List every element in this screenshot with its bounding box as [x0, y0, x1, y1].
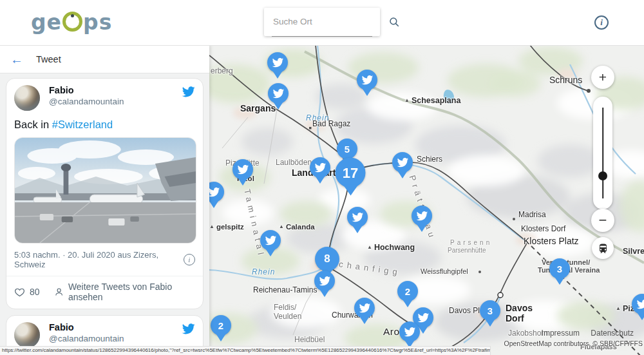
map-label: Dorf	[506, 313, 524, 323]
map-label: Sargans	[240, 103, 276, 113]
zoom-in-button[interactable]: +	[591, 66, 614, 89]
twitter-icon[interactable]	[182, 322, 195, 336]
map-label: ▲Calanda	[279, 223, 315, 231]
more-tweets-link[interactable]: Weitere Tweets von Fabio ansehen	[54, 282, 195, 302]
map-label: Rhein	[252, 267, 275, 276]
tweet-cluster-marker[interactable]: 17	[336, 158, 366, 188]
tweet-marker[interactable]	[232, 159, 253, 180]
tweet-marker[interactable]	[310, 157, 330, 178]
tweet-list: Fabio @calandamountain Back in #Switzerl…	[0, 73, 209, 355]
map-label: Madrisa	[518, 210, 546, 219]
geops-logo[interactable]: geps	[31, 10, 112, 35]
map-label: Davos	[506, 303, 533, 313]
map-label: Weissfluhgipfel	[421, 267, 468, 275]
tweet-info-icon[interactable]: i	[184, 254, 195, 265]
impressum-link[interactable]: Impressum	[542, 329, 580, 338]
sidebar-header: ← Tweet	[0, 45, 209, 73]
tweet-cluster-marker[interactable]: 3	[549, 258, 570, 279]
map-attribution-links: Impressum Datenschutz	[533, 329, 634, 338]
app-window: erbergSargansRheinBad RagazSchruns▲Sches…	[0, 0, 644, 355]
zoom-out-button[interactable]: −	[591, 209, 614, 232]
app-header: geps i	[0, 0, 644, 46]
map-label: Laulböden	[276, 158, 312, 167]
avatar	[14, 85, 40, 111]
tweet-author-name: Fabio	[49, 85, 182, 96]
map-label: Klosters Platz	[524, 236, 579, 246]
back-button[interactable]: ←	[10, 53, 23, 66]
map-label: Davos Pl	[449, 306, 480, 315]
browser-status-bar: https://twitter.com/calandamountain/stat…	[0, 346, 491, 355]
like-button[interactable]: 80	[14, 287, 40, 298]
map-canvas[interactable]: erbergSargansRheinBad RagazSchruns▲Sches…	[209, 45, 644, 355]
map-label: Veulden	[274, 312, 301, 321]
tweet-author-handle: @calandamountain	[49, 333, 182, 344]
tweet-marker[interactable]	[260, 230, 281, 251]
tweet-card[interactable]: Fabio @calandamountain Back in #Switzerl…	[6, 78, 204, 309]
zoom-slider-track	[602, 108, 603, 198]
tweet-text: Back in #Switzerland	[14, 118, 195, 131]
search-input[interactable]	[272, 16, 388, 27]
logo-o-icon	[62, 12, 82, 32]
tweet-marker[interactable]	[357, 70, 377, 90]
hashtag-link[interactable]: #Switzerland	[52, 119, 113, 130]
tweet-timestamp: 5:03 nachm. · 20. Juli 2020 aus Zizers, …	[14, 250, 184, 269]
search-box	[264, 8, 380, 36]
map-label: ▲Hochwang	[367, 243, 415, 252]
tweet-cluster-marker[interactable]: 2	[211, 315, 231, 336]
map-label: Feldis/	[274, 303, 296, 312]
map-label: Klosters Dorf	[521, 224, 565, 233]
zoom-slider-thumb[interactable]	[598, 171, 607, 180]
avatar	[14, 322, 40, 348]
tweet-marker[interactable]	[347, 207, 368, 227]
map-label: Schiers	[417, 155, 442, 164]
sidebar-title: Tweet	[36, 54, 61, 64]
tweet-cluster-marker[interactable]: 5	[337, 139, 357, 159]
logo-text-ps: ps	[83, 10, 112, 35]
divider	[6, 276, 203, 276]
map-label: Parsenn	[450, 239, 492, 246]
tweet-photo-airport[interactable]	[14, 137, 196, 244]
tweet-marker[interactable]	[412, 206, 432, 226]
tweet-cluster-marker[interactable]: 2	[397, 281, 418, 302]
twitter-icon[interactable]	[182, 85, 195, 99]
map-label: Schruns	[549, 75, 582, 85]
map-label: Parsennhütte	[448, 247, 486, 254]
tweet-cluster-marker[interactable]: 3	[480, 300, 500, 321]
map-label: ▲Schesaplana	[404, 96, 460, 105]
tweet-sidebar: ← Tweet Fabio @calandamountain Back in #…	[0, 45, 209, 355]
logo-text-ge: ge	[31, 10, 62, 35]
map-label: Bad Ragaz	[312, 119, 350, 128]
map-label: erberg	[211, 66, 233, 75]
zoom-slider[interactable]	[593, 97, 612, 209]
tweet-marker[interactable]	[354, 298, 375, 318]
map-label: Reichenau-Tamins	[253, 285, 317, 294]
search-icon[interactable]	[388, 16, 400, 28]
datenschutz-link[interactable]: Datenschutz	[591, 329, 634, 338]
map-label: ▲gelspitz	[209, 223, 244, 231]
info-button[interactable]: i	[594, 15, 609, 30]
tweet-author-name: Fabio	[49, 322, 182, 333]
tweet-cluster-marker[interactable]: 8	[315, 247, 339, 271]
map-label: Silvrett	[623, 247, 644, 256]
map-copyright: OpenStreetMap contributors, © SBB/CFF/FF…	[504, 340, 643, 347]
tweet-marker[interactable]	[268, 83, 289, 104]
person-icon	[54, 287, 64, 298]
heart-icon	[14, 287, 25, 298]
map-label: Heidbüel	[294, 335, 325, 344]
train-icon	[597, 242, 609, 254]
like-count: 80	[30, 287, 40, 297]
tweet-author-handle: @calandamountain	[49, 96, 182, 107]
tweet-marker[interactable]	[314, 271, 335, 291]
tweet-marker[interactable]	[392, 152, 413, 173]
tweet-marker[interactable]	[267, 52, 288, 73]
tweet-marker[interactable]	[399, 321, 420, 342]
train-layer-button[interactable]	[592, 237, 614, 259]
